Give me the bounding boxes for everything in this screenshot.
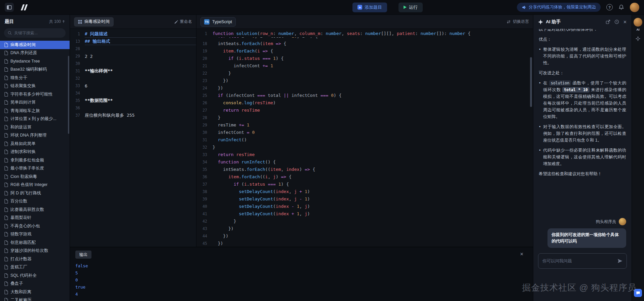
sidebar-item[interactable]: 二叉树遍历 — [0, 296, 70, 301]
ai-conversation[interactable]: 以下是对这段代码的整体评价：优点：整体逻辑较为清晰，通过函数的划分来处理不同的功… — [533, 29, 632, 214]
ai-close-icon[interactable]: ✕ — [623, 20, 627, 25]
star-icon[interactable] — [636, 36, 640, 41]
ai-input-box[interactable] — [538, 253, 627, 269]
sidebar-item[interactable]: 百分位数 — [0, 197, 70, 206]
code-text: for (let i = 0; i < total * 10; i++) { — [213, 37, 318, 40]
code-token: intSeats. — [213, 167, 247, 172]
sidebar-item[interactable]: 比赛最高获胜次数 — [0, 205, 70, 214]
profile-avatar[interactable] — [634, 18, 642, 27]
code-token: (infectCont — [223, 93, 257, 98]
sidebar-item[interactable]: 简单四则计算 — [0, 99, 70, 107]
history-icon[interactable] — [614, 20, 619, 24]
chat-widget-icon[interactable] — [634, 289, 642, 297]
sidebar-item[interactable]: 暴雨梨花针 — [0, 214, 70, 222]
sidebar-toggle-button[interactable] — [5, 3, 14, 12]
sidebar-item[interactable]: 进制求和转换 — [0, 148, 70, 156]
problem-tab[interactable]: 病毒感染时间 — [74, 17, 114, 27]
code-token — [213, 211, 239, 216]
search-input[interactable] — [14, 31, 62, 35]
sidebar-item[interactable]: 链表聚集交换 — [0, 82, 70, 90]
sidebar-item[interactable]: 叠盘子 — [0, 280, 70, 288]
sidebar-item[interactable]: 大数和距离 — [0, 288, 70, 296]
sidebar-item[interactable]: 拿到最多红包金额 — [0, 156, 70, 164]
sidebar-item[interactable]: 和的逆运算 — [0, 123, 70, 131]
code-token — [239, 108, 241, 113]
code-token: setDelayCount — [239, 189, 273, 194]
sidebar-item-label: 链表聚集交换 — [10, 83, 36, 89]
output-line: 5 — [75, 269, 528, 276]
sidebar-item-label: 最小替换子串长度 — [10, 165, 44, 171]
rename-button[interactable]: 重命名 — [174, 19, 192, 25]
sidebar-item[interactable]: Base32 编码和解码 — [0, 66, 70, 74]
sidebar-item[interactable]: SQL 代码补全 — [0, 271, 70, 280]
run-button[interactable]: 运行 — [399, 2, 423, 12]
code-text: function solution(row_n: number, column_… — [213, 30, 470, 37]
sidebar-item[interactable]: 穿越沙漠的补给次数 — [0, 247, 70, 255]
code-scrollbar[interactable] — [530, 57, 532, 107]
code-token: resTime — [236, 152, 255, 157]
send-icon[interactable] — [617, 259, 622, 263]
sidebar-item[interactable]: 猫鱼分干 — [0, 74, 70, 82]
line-number: 28 — [70, 46, 85, 51]
markdown-editor[interactable]: 1# 问题描述13## 输出格式28292 23031**输出样例**32336… — [70, 29, 196, 247]
code-line: 30 infectCont = 0 — [196, 129, 533, 136]
sidebar-item[interactable]: DNA 序列还原 — [0, 49, 70, 58]
language-tab[interactable]: TS TypeScript — [200, 17, 236, 27]
sidebar-item[interactable]: 蛋糕工厂 — [0, 263, 70, 272]
code-token: ( — [226, 37, 231, 39]
code-token: total — [268, 37, 286, 39]
search-box[interactable] — [4, 28, 66, 38]
sidebar-item[interactable]: 阿 D 的飞行路线 — [0, 189, 70, 197]
ai-panel-header: AI 助手 ✕ — [533, 15, 632, 29]
code-token: , — [342, 31, 347, 36]
sidebar-item[interactable]: Cion 勒索病毒 — [0, 173, 70, 181]
sidebar-item[interactable]: RGB 色值转 Integer — [0, 181, 70, 189]
bell-icon[interactable] — [618, 4, 624, 10]
sidebar-item[interactable]: Bytedance Tree — [0, 57, 70, 66]
sidebar-item[interactable]: 创意标题匹配 — [0, 238, 70, 247]
code-token: runInfect — [218, 137, 241, 142]
export-icon[interactable] — [606, 20, 610, 24]
code-token: ) { — [276, 56, 283, 61]
user-avatar[interactable] — [630, 3, 639, 12]
problem-count[interactable]: 共 100 — [49, 19, 65, 25]
sidebar-scrollbar[interactable] — [68, 56, 69, 134]
code-token: resTime — [241, 108, 260, 113]
sidebar-item[interactable]: 打点计数器 — [0, 255, 70, 263]
problem-icon — [78, 20, 82, 24]
sidebar-item[interactable]: 最小替换子串长度 — [0, 164, 70, 173]
markdown-text: ## 输出格式 — [85, 38, 196, 45]
code-token: , — [281, 167, 287, 172]
sidebar-item[interactable]: 猜数字游戏 — [0, 230, 70, 239]
markdown-line: 37座位横向和纵向最多 255 — [70, 112, 196, 119]
ai-bullet: 代码中缺少一些必要的注释来解释函数的功能和关键逻辑，这会使得其他人理解代码时增加… — [539, 147, 626, 167]
sidebar-item[interactable]: 计算位置 x 到 y 的最少... — [0, 115, 70, 123]
promo-banner[interactable]: 分享代码练习体验，领限量定制周边 — [517, 3, 601, 12]
sidebar-item[interactable]: 字符串有多少种可能性 — [0, 90, 70, 99]
sidebar-item[interactable]: 及格如此简单 — [0, 140, 70, 148]
code-text: runInfect() — [213, 136, 247, 144]
code-token: setDelayCount — [239, 204, 273, 209]
code-text: } — [213, 144, 215, 151]
sidebar-item-label: RGB 色值转 Integer — [10, 182, 47, 188]
line-number: 28 — [196, 114, 213, 121]
sidebar-item[interactable]: 不再贪心的小包 — [0, 222, 70, 230]
code-token: i — [239, 37, 247, 39]
code-token: index — [286, 167, 299, 172]
help-icon[interactable]: ? — [606, 4, 613, 10]
sidebar-item[interactable]: 青海湖租车之旅 — [0, 107, 70, 115]
sidebar-item[interactable]: 病毒感染时间 — [0, 41, 70, 49]
code-editor[interactable]: 1function solution(row_n: number, column… — [196, 29, 533, 247]
code-token: infectCont — [289, 93, 320, 98]
markdown-text: **输出样例** — [85, 68, 196, 74]
file-icon — [4, 175, 8, 179]
output-tab[interactable]: 输出 — [75, 251, 91, 259]
sidebar-title: 题目 — [5, 18, 14, 25]
sidebar-item[interactable]: 环状 DNA 序列整理 — [0, 131, 70, 140]
switch-language-button[interactable]: 切换语言 — [506, 19, 529, 25]
output-close-icon[interactable]: ✕ — [520, 252, 524, 257]
add-problem-button[interactable]: 添加题目 — [352, 2, 387, 12]
code-token: resTime — [255, 100, 273, 105]
ai-message-input[interactable] — [542, 259, 615, 263]
line-number: 34 — [196, 158, 213, 166]
